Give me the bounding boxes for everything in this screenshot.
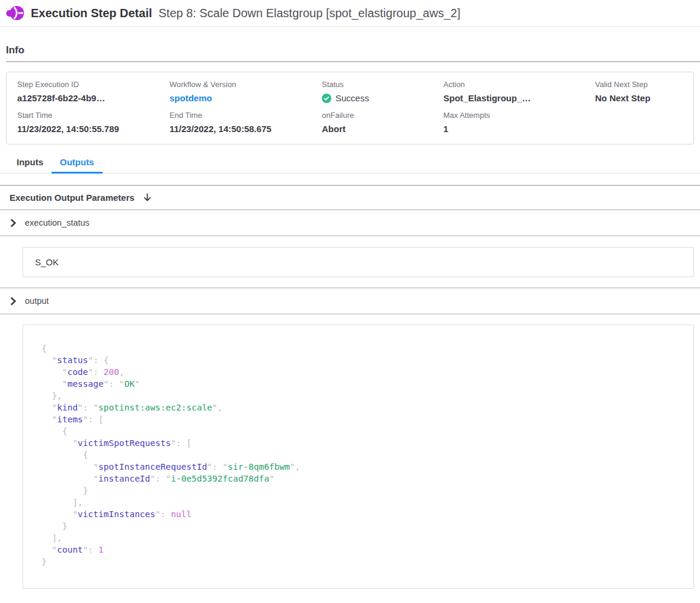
output-parameters-heading-row: Execution Output Parameters [0,186,700,210]
info-fields-grid: Step Execution ID a125728f-6b22-4b9… Wor… [17,80,693,134]
chevron-right-icon [10,297,17,306]
status-badge: Success [322,93,443,103]
info-card: Step Execution ID a125728f-6b22-4b9… Wor… [6,72,694,145]
tab-inputs[interactable]: Inputs [8,152,52,173]
field-value: 11/23/2022, 14:50:58.675 [170,124,322,134]
execution-status-value: S_OK [35,257,59,267]
field-value: 11/23/2022, 14:50:55.789 [17,124,170,134]
field-end-time: End Time 11/23/2022, 14:50:58.675 [170,111,322,134]
group-row-execution-status[interactable]: execution_status [0,210,700,236]
field-value: 1 [443,124,595,134]
tab-outputs[interactable]: Outputs [52,152,103,173]
json-code: { "status": { "code": 200, "message": "O… [41,342,682,567]
brand-logo-icon [6,5,24,21]
field-label: Max Attempts [443,111,595,120]
download-arrow-icon [142,193,152,203]
field-value: Abort [322,124,443,134]
output-json-panel: { "status": { "code": 200, "message": "O… [23,325,694,589]
workflow-link[interactable]: spotdemo [170,93,322,103]
field-value: a125728f-6b22-4b9… [17,93,170,103]
page-subtitle: Step 8: Scale Down Elastgroup [spot_elas… [159,7,461,20]
output-parameters-heading: Execution Output Parameters [9,193,135,203]
field-start-time: Start Time 11/23/2022, 14:50:55.789 [17,111,170,134]
download-outputs-button[interactable] [142,193,152,203]
execution-status-value-panel: S_OK [23,247,694,277]
group-row-output[interactable]: output [0,288,700,315]
field-label: Action [443,80,595,89]
field-max-attempts: Max Attempts 1 [443,111,595,134]
field-status: Status Success [322,80,443,103]
page-header: Execution Step Detail Step 8: Scale Down… [0,0,700,27]
group-name: output [25,296,49,306]
success-check-icon [322,94,331,103]
page-title: Execution Step Detail [31,7,152,20]
field-label: Valid Next Step [595,80,693,89]
group-name: execution_status [25,218,90,227]
status-text: Success [335,93,369,103]
chevron-right-icon [10,219,17,227]
field-label: Step Execution ID [17,80,170,89]
info-section-heading: Info [6,27,700,62]
field-value: Spot_Elastigroup_… [443,93,595,103]
field-step-execution-id: Step Execution ID a125728f-6b22-4b9… [17,80,170,103]
field-valid-next-step: Valid Next Step No Next Step [595,80,693,103]
field-onfailure: onFailure Abort [322,111,443,134]
field-label: onFailure [322,111,443,120]
field-label: Status [322,80,443,89]
io-tabs: Inputs Outputs [0,152,700,174]
field-value: No Next Step [595,93,693,103]
field-workflow-version: Workflow & Version spotdemo [170,80,322,103]
field-action: Action Spot_Elastigroup_… [443,80,595,103]
field-label: End Time [170,111,322,120]
field-label: Start Time [17,111,170,120]
field-label: Workflow & Version [170,80,322,89]
